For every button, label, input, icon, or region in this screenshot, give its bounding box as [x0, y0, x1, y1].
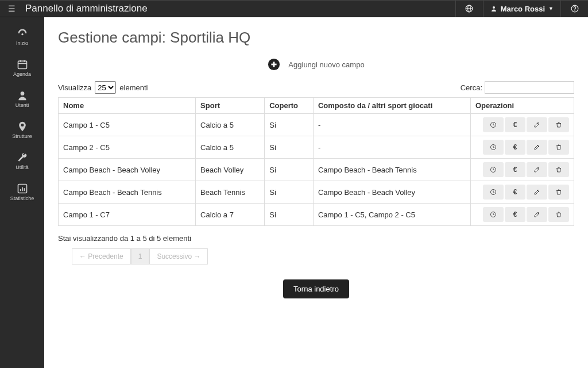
sidebar-item-label: Inizio [16, 40, 28, 46]
edit-button[interactable] [527, 185, 547, 200]
fields-table: Nome Sport Coperto Composto da / altri s… [58, 97, 574, 226]
wrench-icon [1, 152, 43, 163]
table-row: Campo 1 - C5Calcio a 5Si-€ [59, 114, 574, 136]
svg-point-11 [20, 91, 24, 95]
edit-button[interactable] [527, 140, 547, 155]
user-menu[interactable]: Marco Rossi ▼ [483, 1, 560, 17]
cell-sport: Calcio a 5 [196, 136, 265, 159]
schedule-button[interactable] [483, 140, 504, 155]
sidebar-item-label: Agenda [13, 71, 31, 77]
table-row: Campo Beach - Beach TennisBeach TennisSi… [59, 181, 574, 204]
user-icon [1, 90, 43, 101]
dashboard-icon [1, 28, 43, 39]
sidebar-item-users[interactable]: Utenti [0, 84, 44, 115]
schedule-button[interactable] [483, 117, 504, 132]
next-button[interactable]: Successivo → [149, 248, 208, 264]
bar-chart-icon [1, 183, 43, 194]
sidebar-item-agenda[interactable]: Agenda [0, 53, 44, 84]
schedule-button[interactable] [483, 162, 504, 177]
cell-composed: - [313, 136, 470, 159]
cell-ops: € [471, 136, 574, 159]
page-number-button[interactable]: 1 [131, 248, 150, 264]
sidebar-item-stats[interactable]: Statistiche [0, 177, 44, 208]
price-button[interactable]: € [505, 185, 525, 200]
cell-ops: € [471, 204, 574, 226]
svg-point-5 [574, 10, 575, 11]
col-covered[interactable]: Coperto [265, 98, 314, 114]
col-ops: Operazioni [471, 98, 574, 114]
schedule-button[interactable] [483, 207, 504, 222]
main-content: Gestione campi: Sportilia HQ Aggiungi nu… [44, 17, 588, 368]
chevron-down-icon: ▼ [548, 6, 554, 12]
edit-button[interactable] [527, 117, 547, 132]
price-button[interactable]: € [505, 117, 525, 132]
sidebar-item-utilities[interactable]: Utilità [0, 146, 44, 177]
cell-composed: - [313, 114, 470, 136]
col-composed[interactable]: Composto da / altri sport giocati [313, 98, 470, 114]
cell-sport: Calcio a 5 [196, 114, 265, 136]
cell-covered: Si [265, 204, 314, 226]
cell-ops: € [471, 181, 574, 204]
back-button[interactable]: Torna indietro [283, 279, 349, 298]
search-input[interactable] [485, 81, 574, 94]
delete-button[interactable] [548, 117, 569, 132]
cell-ops: € [471, 159, 574, 181]
col-sport[interactable]: Sport [196, 98, 265, 114]
sidebar-item-label: Statistiche [10, 195, 34, 201]
cell-sport: Beach Volley [196, 159, 265, 181]
price-button[interactable]: € [505, 207, 525, 222]
cell-covered: Si [265, 114, 314, 136]
cell-composed: Campo Beach - Beach Tennis [313, 159, 470, 181]
app-title: Pannello di amministrazione [23, 3, 148, 14]
add-new-row[interactable]: Aggiungi nuovo campo [58, 58, 574, 71]
menu-toggle-icon[interactable]: ☰ [0, 4, 23, 13]
cell-composed: Campo Beach - Beach Volley [313, 181, 470, 204]
sidebar-item-structures[interactable]: Strutture [0, 115, 44, 146]
cell-name: Campo Beach - Beach Tennis [59, 181, 196, 204]
delete-button[interactable] [548, 140, 569, 155]
user-icon [490, 5, 497, 12]
globe-icon[interactable] [455, 1, 483, 17]
sidebar-item-label: Strutture [12, 133, 32, 139]
sidebar-item-label: Utenti [16, 102, 29, 108]
cell-covered: Si [265, 136, 314, 159]
cell-name: Campo Beach - Beach Volley [59, 159, 196, 181]
page-size-select[interactable]: 25 [95, 81, 116, 94]
col-name[interactable]: Nome [59, 98, 196, 114]
page-title: Gestione campi: Sportilia HQ [58, 29, 574, 47]
svg-point-6 [21, 33, 23, 35]
pagination: ← Precedente 1 Successivo → [72, 248, 574, 264]
cell-covered: Si [265, 159, 314, 181]
help-icon[interactable] [560, 1, 588, 17]
prev-button[interactable]: ← Precedente [72, 248, 131, 264]
price-button[interactable]: € [505, 162, 525, 177]
svg-point-3 [493, 6, 495, 9]
delete-button[interactable] [548, 207, 569, 222]
cell-name: Campo 2 - C5 [59, 136, 196, 159]
cell-name: Campo 1 - C5 [59, 114, 196, 136]
datatable-info: Stai visualizzando da 1 a 5 di 5 element… [58, 234, 574, 243]
cell-composed: Campo 1 - C5, Campo 2 - C5 [313, 204, 470, 226]
svg-rect-7 [18, 61, 26, 68]
topbar-right: Marco Rossi ▼ [455, 1, 588, 17]
map-marker-icon [1, 121, 43, 132]
price-button[interactable]: € [505, 140, 525, 155]
entries-label: elementi [119, 83, 148, 92]
calendar-icon [1, 59, 43, 70]
user-name: Marco Rossi [501, 5, 545, 13]
table-row: Campo 2 - C5Calcio a 5Si-€ [59, 136, 574, 159]
sidebar-item-home[interactable]: Inizio [0, 22, 44, 53]
delete-button[interactable] [548, 162, 569, 177]
delete-button[interactable] [548, 185, 569, 200]
edit-button[interactable] [527, 207, 547, 222]
cell-name: Campo 1 - C7 [59, 204, 196, 226]
cell-ops: € [471, 114, 574, 136]
edit-button[interactable] [527, 162, 547, 177]
sidebar-item-label: Utilità [16, 164, 29, 170]
plus-circle-icon [268, 58, 280, 71]
topbar: ☰ Pannello di amministrazione Marco Ross… [0, 0, 588, 17]
table-row: Campo 1 - C7Calcio a 7SiCampo 1 - C5, Ca… [59, 204, 574, 226]
table-row: Campo Beach - Beach VolleyBeach VolleySi… [59, 159, 574, 181]
cell-sport: Calcio a 7 [196, 204, 265, 226]
schedule-button[interactable] [483, 185, 504, 200]
